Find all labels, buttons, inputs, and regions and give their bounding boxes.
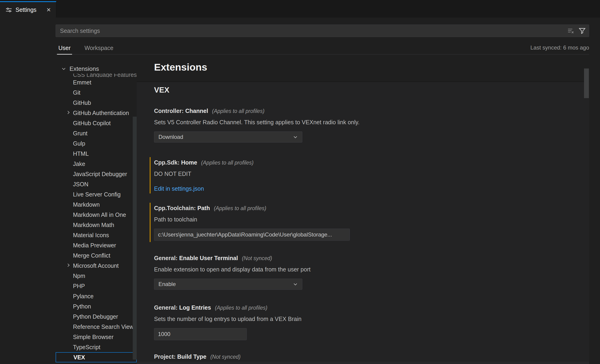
toc-item-markdown[interactable]: Markdown — [56, 200, 137, 210]
tab-title: Settings — [16, 7, 36, 13]
setting-name: Enable User Terminal — [179, 255, 238, 261]
chevron-down-icon — [62, 67, 65, 70]
settings-tab[interactable]: Settings ✕ — [0, 1, 56, 18]
toc-item-javascript-debugger[interactable]: JavaScript Debugger — [56, 169, 137, 179]
settings-search-box[interactable] — [56, 25, 589, 37]
toc-item-label: Merge Conflict — [73, 252, 110, 259]
toc-item-php[interactable]: PHP — [56, 281, 137, 291]
toc-item-label: PHP — [73, 283, 85, 289]
setting-name: Channel — [185, 108, 208, 114]
settings-body: VEX Controller: Channel (Applies to all … — [137, 82, 589, 364]
toc-item-css-language-features[interactable]: CSS Language Features — [56, 73, 137, 77]
main-scrollbar-thumb[interactable] — [584, 69, 589, 98]
toc-item-material-icons[interactable]: Material Icons — [56, 230, 137, 240]
last-synced-label: Last synced: 6 mos ago — [531, 45, 589, 54]
setting-scope: (Not synced) — [242, 255, 272, 261]
toc-item-grunt[interactable]: Grunt — [56, 128, 137, 138]
toc-item-vex[interactable]: VEX — [56, 352, 137, 362]
toc-item-typescript[interactable]: TypeScript — [56, 342, 137, 352]
setting-enable-user-terminal: General: Enable User Terminal (Not synce… — [154, 255, 363, 290]
settings-editor: User Workspace Last synced: 6 mos ago Ex… — [0, 18, 600, 364]
toc-item-gulp[interactable]: Gulp — [56, 138, 137, 149]
setting-name: Home — [181, 159, 197, 166]
setting-description: Path to toolchain — [154, 216, 363, 223]
toc-item-github-copilot[interactable]: GitHub Copilot — [56, 118, 137, 128]
setting-description: Sets the number of log entrys to upload … — [154, 315, 363, 323]
scope-tabs-row: User Workspace Last synced: 6 mos ago — [56, 43, 589, 55]
setting-label: Cpp.Toolchain: Path (Applies to all prof… — [154, 205, 363, 212]
toc-root-label: Extensions — [69, 65, 99, 72]
toc-item-label: Grunt — [73, 130, 88, 136]
toc-item-python-debugger[interactable]: Python Debugger — [56, 311, 137, 322]
toc-item-json[interactable]: JSON — [56, 179, 137, 189]
toc-item-label: Pylance — [73, 293, 94, 300]
toc-item-markdown-all-in-one[interactable]: Markdown All in One — [56, 210, 137, 220]
toc-item-label: Microsoft Account — [73, 262, 119, 269]
setting-cpp-toolchain-path: Cpp.Toolchain: Path (Applies to all prof… — [154, 205, 363, 241]
tab-user[interactable]: User — [57, 45, 72, 54]
chevron-right-icon — [66, 111, 69, 114]
section-header-vex: VEX — [137, 82, 589, 94]
toc-item-label: Python Debugger — [73, 313, 118, 320]
setting-log-entries: General: Log Entries (Applies to all pro… — [154, 304, 363, 340]
toc-item-label: Python — [73, 303, 91, 310]
toc-item-label: Gulp — [73, 140, 85, 147]
toc-item-label: Jake — [73, 161, 85, 167]
setting-scope: (Applies to all profiles) — [214, 205, 266, 211]
setting-cpp-sdk-home: Cpp.Sdk: Home (Applies to all profiles) … — [154, 159, 363, 192]
toc-item-github-authentication[interactable]: GitHub Authentication — [56, 108, 137, 118]
log-entries-input[interactable] — [154, 328, 247, 340]
toc-item-jake[interactable]: Jake — [56, 159, 137, 169]
toc-item-reference-search-view[interactable]: Reference Search View — [56, 322, 137, 332]
close-icon[interactable]: ✕ — [46, 7, 51, 13]
toc-item-python[interactable]: Python — [56, 301, 137, 311]
setting-label: Project: Build Type (Not synced) — [154, 353, 363, 361]
controller-channel-select[interactable]: Download — [154, 131, 302, 143]
tab-workspace[interactable]: Workspace — [83, 45, 115, 54]
setting-scope: (Applies to all profiles) — [212, 108, 264, 114]
select-value: Download — [159, 134, 183, 140]
edit-in-settings-json-link[interactable]: Edit in settings.json — [154, 185, 204, 192]
setting-category: Cpp.Toolchain: — [154, 205, 196, 211]
setting-scope: (Applies to all profiles) — [215, 305, 267, 311]
setting-scope: (Not synced) — [210, 354, 241, 360]
toc-item-merge-conflict[interactable]: Merge Conflict — [56, 250, 137, 261]
toc-item-label: Npm — [73, 273, 85, 279]
enable-user-terminal-select[interactable]: Enable — [154, 279, 302, 290]
setting-controller-channel: Controller: Channel (Applies to all prof… — [154, 107, 363, 143]
setting-name: Log Entries — [179, 304, 211, 311]
toc-item-git[interactable]: Git — [56, 87, 137, 98]
toc-item-label: GitHub Copilot — [73, 120, 111, 126]
toc-item-markdown-math[interactable]: Markdown Math — [56, 220, 137, 230]
filter-funnel-icon[interactable] — [579, 27, 586, 34]
toc-item-label: Material Icons — [73, 232, 109, 238]
setting-description: DO NOT EDIT — [154, 170, 363, 177]
toc-item-emmet[interactable]: Emmet — [56, 77, 137, 87]
toc-root-extensions[interactable]: Extensions — [56, 64, 137, 73]
search-input[interactable] — [59, 27, 568, 35]
toc-item-pylance[interactable]: Pylance — [56, 291, 137, 301]
toc-item-simple-browser[interactable]: Simple Browser — [56, 332, 137, 342]
toc-item-label: Git — [73, 89, 80, 96]
toc-item-microsoft-account[interactable]: Microsoft Account — [56, 261, 137, 271]
chevron-down-icon — [294, 282, 297, 285]
toc-item-github[interactable]: GitHub — [56, 98, 137, 108]
setting-name: Build Type — [177, 353, 206, 360]
toc-item-label: GitHub — [73, 100, 91, 106]
bottom-band — [137, 362, 589, 364]
setting-description: Sets V5 Controller Radio Channel. This s… — [154, 119, 363, 126]
toc-item-npm[interactable]: Npm — [56, 271, 137, 281]
toc-item-media-previewer[interactable]: Media Previewer — [56, 240, 137, 250]
toc-item-label: JSON — [73, 181, 88, 187]
toolchain-path-input[interactable] — [154, 229, 350, 241]
select-value: Enable — [159, 281, 176, 287]
toc-scrollbar-thumb[interactable] — [133, 117, 137, 360]
settings-sliders-icon — [6, 7, 12, 13]
toc-item-label: VEX — [74, 354, 85, 361]
toc-item-live-server-config[interactable]: Live Server Config — [56, 189, 137, 200]
page-title: Extensions — [154, 62, 207, 73]
toc-item-html[interactable]: HTML — [56, 149, 137, 159]
setting-project-build-type: Project: Build Type (Not synced) — [154, 353, 363, 361]
clear-search-icon[interactable] — [568, 27, 574, 34]
chevron-down-icon — [294, 135, 297, 138]
